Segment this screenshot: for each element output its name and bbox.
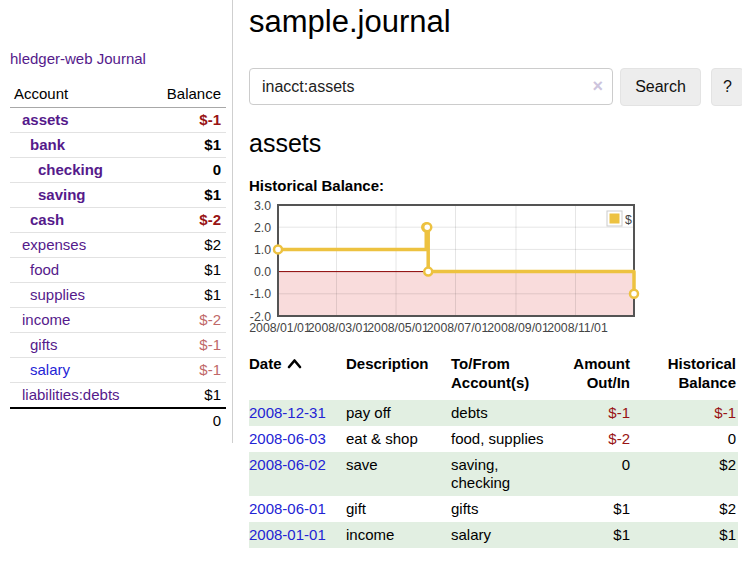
account-row: expenses$2 bbox=[10, 233, 226, 258]
account-row: liabilities:debts$1 bbox=[10, 383, 226, 409]
register-table-body: 2008-12-31pay offdebts$-1$-12008-06-03ea… bbox=[249, 400, 738, 548]
account-row: bank$1 bbox=[10, 133, 226, 158]
svg-text:3.0: 3.0 bbox=[254, 198, 271, 212]
transaction-amount: 0 bbox=[557, 452, 642, 496]
transaction-accounts: salary bbox=[451, 522, 557, 548]
account-link[interactable]: income bbox=[22, 311, 70, 328]
account-page-title: assets bbox=[249, 129, 742, 158]
register-header-row: Date Description To/From Account(s) Amou… bbox=[249, 354, 738, 400]
help-button[interactable]: ? bbox=[711, 68, 742, 106]
search-form: × Search ? bbox=[249, 68, 742, 106]
transaction-balance: $-1 bbox=[642, 400, 738, 426]
account-row: gifts$-1 bbox=[10, 333, 226, 358]
svg-text:2008/09/01: 2008/09/01 bbox=[487, 321, 549, 335]
account-balance: $-1 bbox=[147, 358, 226, 383]
account-link[interactable]: food bbox=[30, 261, 59, 278]
svg-text:2008/03/01: 2008/03/01 bbox=[308, 321, 370, 335]
transaction-description: pay off bbox=[346, 400, 451, 426]
app-title-link[interactable]: hledger-web bbox=[10, 50, 93, 67]
transaction-row: 2008-06-02savesaving, checking0$2 bbox=[249, 452, 738, 496]
account-row: supplies$1 bbox=[10, 283, 226, 308]
account-link[interactable]: salary bbox=[30, 361, 70, 378]
transaction-row: 2008-06-01giftgifts$1$2 bbox=[249, 496, 738, 522]
sort-ascending-icon bbox=[287, 354, 302, 373]
transaction-balance: $2 bbox=[642, 452, 738, 496]
account-column-header: Account bbox=[10, 82, 147, 108]
account-balance-table: Account Balance assets$-1bank$1checking0… bbox=[10, 82, 226, 433]
svg-text:2008/05/01: 2008/05/01 bbox=[367, 321, 429, 335]
accounts-column-header[interactable]: To/From Account(s) bbox=[451, 354, 557, 400]
historical-balance-chart: $3.02.01.00.0-1.0-2.02008/01/012008/03/0… bbox=[249, 203, 742, 337]
sidebar-item-journal[interactable]: Journal bbox=[97, 50, 146, 67]
transaction-date-link[interactable]: 2008-06-03 bbox=[249, 430, 326, 447]
transaction-date-link[interactable]: 2008-06-01 bbox=[249, 500, 326, 517]
search-input[interactable] bbox=[249, 68, 613, 105]
svg-text:2008/07/01: 2008/07/01 bbox=[427, 321, 489, 335]
account-row: saving$1 bbox=[10, 183, 226, 208]
search-box: × bbox=[249, 68, 613, 105]
transaction-date-link[interactable]: 2008-01-01 bbox=[249, 526, 326, 543]
svg-text:1.0: 1.0 bbox=[254, 243, 271, 257]
transaction-description: eat & shop bbox=[346, 426, 451, 452]
account-row: income$-2 bbox=[10, 308, 226, 333]
chart-svg: $3.02.01.00.0-1.0-2.02008/01/012008/03/0… bbox=[249, 203, 641, 337]
search-button[interactable]: Search bbox=[620, 68, 701, 106]
transaction-date-link[interactable]: 2008-06-02 bbox=[249, 456, 326, 473]
page-title: sample.journal bbox=[249, 4, 742, 40]
clear-search-icon[interactable]: × bbox=[592, 75, 603, 97]
account-row: cash$-2 bbox=[10, 208, 226, 233]
main-content: sample.journal × Search ? assets Histori… bbox=[233, 0, 742, 548]
transaction-date-link[interactable]: 2008-12-31 bbox=[249, 404, 326, 421]
account-balance: $-2 bbox=[147, 208, 226, 233]
transaction-accounts: debts bbox=[451, 400, 557, 426]
account-balance: $1 bbox=[147, 283, 226, 308]
account-table-header: Account Balance bbox=[10, 82, 226, 108]
total-balance: 0 bbox=[147, 408, 226, 433]
account-link[interactable]: assets bbox=[22, 111, 69, 128]
account-link[interactable]: supplies bbox=[30, 286, 85, 303]
account-balance: $-1 bbox=[147, 333, 226, 358]
transaction-row: 2008-12-31pay offdebts$-1$-1 bbox=[249, 400, 738, 426]
account-link[interactable]: cash bbox=[30, 211, 64, 228]
chart-label: Historical Balance: bbox=[249, 177, 742, 194]
account-balance: $1 bbox=[147, 183, 226, 208]
account-link[interactable]: bank bbox=[30, 136, 65, 153]
amount-column-header[interactable]: Amount Out/In bbox=[557, 354, 642, 400]
transaction-amount: $-1 bbox=[557, 400, 642, 426]
account-balance: $-1 bbox=[147, 108, 226, 133]
transaction-amount: $-2 bbox=[557, 426, 642, 452]
svg-text:0.0: 0.0 bbox=[254, 265, 271, 279]
transaction-row: 2008-06-03eat & shopfood, supplies$-20 bbox=[249, 426, 738, 452]
transaction-amount: $1 bbox=[557, 496, 642, 522]
account-balance: $1 bbox=[147, 258, 226, 283]
svg-text:-1.0: -1.0 bbox=[250, 287, 271, 301]
transaction-description: income bbox=[346, 522, 451, 548]
transaction-accounts: food, supplies bbox=[451, 426, 557, 452]
account-link[interactable]: checking bbox=[38, 161, 103, 178]
svg-text:$: $ bbox=[625, 212, 632, 226]
account-link[interactable]: saving bbox=[38, 186, 86, 203]
account-balance: $1 bbox=[147, 133, 226, 158]
transaction-accounts: saving, checking bbox=[451, 452, 557, 496]
transaction-description: save bbox=[346, 452, 451, 496]
account-link[interactable]: expenses bbox=[22, 236, 86, 253]
transaction-balance: 0 bbox=[642, 426, 738, 452]
account-link[interactable]: liabilities:debts bbox=[22, 386, 120, 403]
account-row: checking0 bbox=[10, 158, 226, 183]
account-link[interactable]: gifts bbox=[30, 336, 58, 353]
account-balance: $2 bbox=[147, 233, 226, 258]
svg-text:2008/01/01: 2008/01/01 bbox=[249, 321, 311, 335]
transaction-balance: $1 bbox=[642, 522, 738, 548]
balance-column-header[interactable]: Historical Balance bbox=[642, 354, 738, 400]
date-column-header[interactable]: Date bbox=[249, 354, 346, 400]
description-column-header[interactable]: Description bbox=[346, 354, 451, 400]
account-row: food$1 bbox=[10, 258, 226, 283]
sidebar: hledger-web Journal Account Balance asse… bbox=[0, 0, 233, 443]
svg-text:2008/11/01: 2008/11/01 bbox=[547, 321, 608, 335]
transaction-balance: $2 bbox=[642, 496, 738, 522]
transaction-description: gift bbox=[346, 496, 451, 522]
account-balance: 0 bbox=[147, 158, 226, 183]
chart-legend: $ bbox=[607, 211, 632, 227]
transaction-accounts: gifts bbox=[451, 496, 557, 522]
account-row: salary$-1 bbox=[10, 358, 226, 383]
